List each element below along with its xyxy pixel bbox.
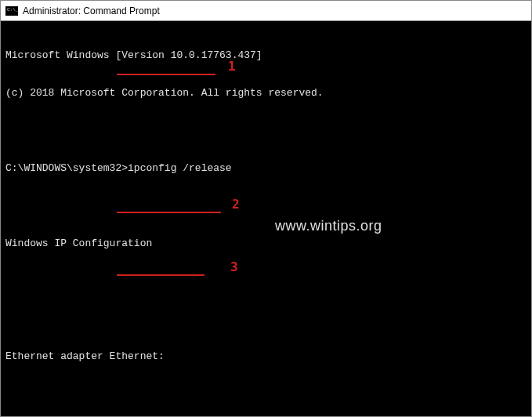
- output-line: [5, 388, 527, 401]
- watermark: www.wintips.org: [275, 219, 382, 232]
- command-text: ipconfig /release: [128, 162, 232, 174]
- prompt-path: C:\WINDOWS\system32>: [5, 162, 128, 174]
- annotation-2: 2: [232, 198, 240, 211]
- output-line: [5, 200, 527, 212]
- output-line: Ethernet adapter Ethernet:: [5, 350, 527, 363]
- window-title: Administrator: Command Prompt: [23, 5, 160, 16]
- prompt-line: C:\WINDOWS\system32>ipconfig /release: [5, 162, 527, 175]
- underline-1: [117, 74, 215, 75]
- output-line: [5, 125, 527, 137]
- output-line: [5, 313, 527, 325]
- annotation-3: 3: [230, 261, 238, 274]
- annotation-1: 1: [228, 60, 236, 73]
- underline-3: [117, 274, 204, 276]
- titlebar: Administrator: Command Prompt: [1, 1, 531, 21]
- underline-2: [117, 212, 221, 213]
- terminal-output[interactable]: Microsoft Windows [Version 10.0.17763.43…: [1, 21, 531, 417]
- output-line: [5, 275, 527, 288]
- cmd-icon: [5, 6, 18, 16]
- output-line: Windows IP Configuration: [5, 238, 527, 250]
- output-line: (c) 2018 Microsoft Corporation. All righ…: [5, 87, 527, 100]
- output-line: Microsoft Windows [Version 10.0.17763.43…: [5, 49, 527, 62]
